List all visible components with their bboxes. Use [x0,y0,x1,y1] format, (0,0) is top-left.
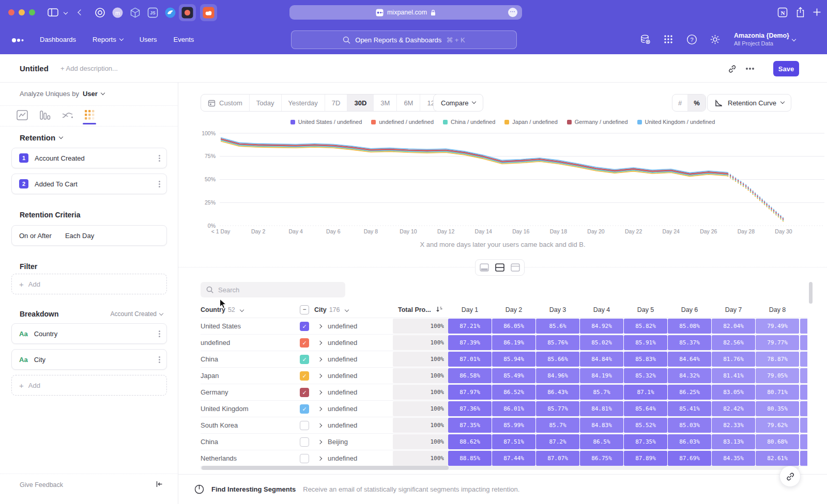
retention-cell[interactable]: 80.68% [756,434,799,449]
retention-cell[interactable]: 84.84% [580,352,623,367]
row-checkbox[interactable] [300,437,309,447]
retention-cell[interactable]: 84.81% [580,401,623,416]
back-icon[interactable] [78,9,83,15]
retention-cell[interactable]: 86.5% [580,434,623,449]
retention-cell[interactable]: 82.04% [712,319,755,334]
row-checkbox[interactable]: ✓ [300,371,309,381]
kebab-menu-icon[interactable] [159,158,160,159]
retention-step-account-created[interactable]: 1Account Created [11,148,167,168]
cube-icon[interactable] [130,7,141,20]
retention-cell[interactable]: 87.1% [624,385,667,400]
column-header-day-5[interactable]: Day 5 [624,302,667,318]
retention-cell[interactable]: 88.85% [448,451,492,466]
retention-cell[interactable]: 85.32% [624,368,667,383]
retention-section-header[interactable]: Retention [20,133,63,142]
new-tab-icon[interactable] [813,8,821,19]
kebab-menu-icon[interactable] [159,183,160,185]
window-zoom-button[interactable] [29,9,35,15]
help-icon[interactable]: ? [686,34,697,47]
row-checkbox[interactable]: ✓ [300,355,309,364]
save-button[interactable]: Save [773,61,799,76]
retention-cell[interactable]: 85.76% [536,335,579,350]
retention-cell[interactable]: 84.83% [580,418,623,433]
expand-row-icon[interactable] [318,390,322,395]
retention-cell[interactable]: 85.49% [492,368,535,383]
kebab-menu-icon[interactable] [159,359,160,360]
retention-chart[interactable]: 0%25%50%75%100%< 1 DayDay 2Day 4Day 6Day… [178,127,827,238]
retention-cell[interactable]: 84.92% [580,319,623,334]
retention-cell[interactable]: 87.35% [624,434,667,449]
report-title[interactable]: Untitled [20,64,49,73]
retention-cell[interactable]: 85.83% [624,352,667,367]
expand-row-icon[interactable] [318,341,322,345]
retention-cell[interactable]: 87.51% [492,434,535,449]
breakdown-item-city[interactable]: AaCity [11,349,167,370]
give-feedback-link[interactable]: Give Feedback [20,481,63,489]
breakdown-scope-control[interactable]: Account Created [111,310,163,318]
retention-cell[interactable]: 87.01% [448,352,492,367]
column-header-total[interactable]: Total Pro... [398,302,443,318]
retention-cell[interactable]: 85.99% [492,418,535,433]
legend-item-germany-undefined[interactable]: Germany / undefined [567,119,628,125]
chevron-down-icon[interactable] [64,10,68,14]
view-chart-table-button[interactable] [493,261,507,274]
breakdown-item-country[interactable]: AaCountry [11,323,167,344]
retention-cell[interactable]: 86.58% [448,368,492,383]
retention-cell[interactable]: 85.66% [536,352,579,367]
retention-cell[interactable]: 82.56% [712,335,755,350]
url-options-icon[interactable]: ··· [508,8,517,17]
expand-row-icon[interactable] [318,423,322,428]
tab-insights[interactable] [17,110,28,122]
retention-cell[interactable]: 86.01% [492,401,535,416]
nav-item-reports[interactable]: Reports [93,36,123,43]
nav-item-users[interactable]: Users [140,36,157,43]
share-icon[interactable] [795,6,805,20]
retention-cell[interactable]: 87.2% [536,434,579,449]
column-header-day-2[interactable]: Day 2 [492,302,535,318]
format-number-button[interactable]: # [672,94,687,111]
collapse-sidebar-icon[interactable] [155,480,163,490]
column-header-day-7[interactable]: Day 7 [712,302,755,318]
date-range-yesterday[interactable]: Yesterday [281,94,325,111]
retention-cell[interactable]: 81.41% [712,368,755,383]
retention-cell[interactable]: 87.21% [448,319,492,334]
tab-funnels[interactable] [39,110,51,122]
retention-cell[interactable]: 85.41% [668,401,711,416]
row-checkbox[interactable]: ✓ [300,388,309,397]
table-search[interactable]: Search [201,282,345,297]
retention-cell[interactable]: 87.44% [492,451,535,466]
retention-cell[interactable]: 87.89% [624,451,667,466]
retention-cell[interactable]: 85.7% [580,385,623,400]
retention-cell[interactable]: 83.05% [712,385,755,400]
row-checkbox[interactable] [300,421,309,430]
expand-row-icon[interactable] [318,374,322,378]
retention-cell[interactable]: 87.36% [448,401,492,416]
retention-cell[interactable]: 83.13% [712,434,755,449]
horizontal-scrollbar-thumb[interactable] [202,466,449,470]
retention-cell[interactable]: 85.82% [624,319,667,334]
column-header-city[interactable]: City176 [314,302,348,318]
more-options-icon[interactable] [749,68,751,70]
column-header-day-4[interactable]: Day 4 [580,302,623,318]
project-switcher[interactable]: Amazonia {Demo} All Project Data [734,32,789,47]
retention-cell[interactable]: 79.77% [756,335,799,350]
retention-cell[interactable]: 86.52% [492,385,535,400]
retention-cell[interactable]: 85.37% [668,335,711,350]
retention-cell[interactable]: 79.62% [756,418,799,433]
retention-cell[interactable]: 85.02% [580,335,623,350]
command-search[interactable]: Open Reports & Dashboards ⌘ + K [291,30,517,49]
legend-item-undefined-undefined[interactable]: undefined / undefined [371,119,434,125]
retention-cell[interactable]: 84.96% [536,368,579,383]
legend-item-japan-undefined[interactable]: Japan / undefined [504,119,557,125]
apps-grid-icon[interactable] [664,35,673,46]
tab-flows[interactable] [62,110,74,122]
date-range-custom[interactable]: Custom [201,94,249,111]
retention-cell[interactable]: 78.87% [756,352,799,367]
row-checkbox[interactable]: ✓ [300,404,309,414]
retention-cell[interactable]: 85.7% [536,418,579,433]
date-range-today[interactable]: Today [249,94,281,111]
retention-cell[interactable]: 87.35% [448,418,492,433]
date-range-7d[interactable]: 7D [325,94,347,111]
retention-cell[interactable]: 86.03% [668,434,711,449]
expand-row-icon[interactable] [318,456,322,461]
